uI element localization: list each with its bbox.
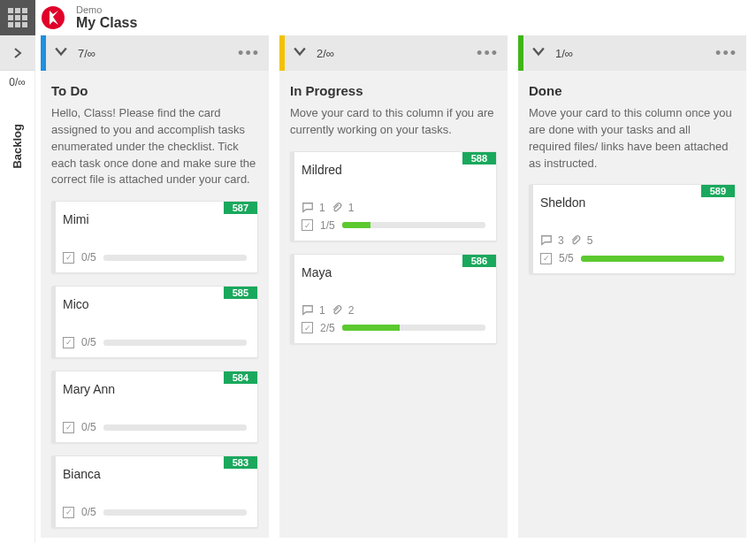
card-check-count: 0/5 bbox=[81, 506, 96, 518]
card-checklist: ✓0/5 bbox=[63, 421, 247, 433]
apps-icon bbox=[8, 8, 27, 27]
expand-backlog-button[interactable] bbox=[0, 35, 35, 71]
breadcrumb: Demo bbox=[76, 4, 137, 15]
checklist-icon: ✓ bbox=[63, 337, 74, 348]
card[interactable]: 586Maya12✓2/5 bbox=[290, 254, 497, 344]
column-description: Move your card to this column if you are… bbox=[290, 105, 497, 139]
column-menu-button[interactable]: ••• bbox=[477, 49, 499, 57]
column-stripe bbox=[279, 35, 285, 71]
chevron-down-icon bbox=[55, 45, 67, 57]
card-stripe bbox=[530, 185, 533, 273]
card[interactable]: 589Sheldon35✓5/5 bbox=[529, 184, 736, 274]
attachment-icon bbox=[331, 202, 343, 214]
card-meta: 11 bbox=[302, 202, 485, 214]
card-check-count: 2/5 bbox=[320, 322, 335, 334]
card-comments-count: 1 bbox=[319, 202, 325, 214]
column-stripe bbox=[518, 35, 523, 71]
card-title: Bianca bbox=[63, 467, 247, 481]
collapse-column-button[interactable] bbox=[532, 45, 545, 61]
column-menu-button[interactable]: ••• bbox=[715, 49, 737, 57]
card-checklist: ✓0/5 bbox=[63, 251, 247, 264]
card-stripe bbox=[291, 255, 294, 343]
card[interactable]: 587Mimi✓0/5 bbox=[51, 201, 258, 273]
card-stripe bbox=[52, 287, 56, 357]
checklist-icon: ✓ bbox=[540, 253, 552, 264]
card-check-count: 0/5 bbox=[81, 336, 96, 348]
card-id-badge: 589 bbox=[701, 185, 735, 197]
attachment-icon bbox=[569, 234, 582, 247]
card-progress bbox=[581, 256, 724, 262]
column-count: 2/∞ bbox=[317, 47, 334, 60]
card-attach-count: 1 bbox=[348, 202, 355, 214]
card-check-count: 0/5 bbox=[81, 421, 96, 433]
card-title: Mildred bbox=[302, 163, 485, 177]
card-checklist: ✓0/5 bbox=[63, 336, 247, 348]
card-title: Mary Ann bbox=[63, 382, 247, 396]
card-progress bbox=[103, 340, 247, 346]
card-attach-count: 2 bbox=[348, 304, 355, 317]
column-description: Move your card to this column once you a… bbox=[529, 105, 736, 172]
card[interactable]: 583Bianca✓0/5 bbox=[51, 455, 258, 528]
card-checklist: ✓1/5 bbox=[302, 219, 485, 232]
card-id-badge: 584 bbox=[224, 371, 257, 384]
card-progress bbox=[342, 325, 485, 331]
card-check-count: 0/5 bbox=[81, 251, 96, 264]
chevron-down-icon bbox=[532, 45, 545, 57]
checklist-icon: ✓ bbox=[63, 252, 74, 264]
card-attach-count: 5 bbox=[587, 234, 593, 247]
column-title: In Progress bbox=[290, 83, 497, 98]
card-comments-count: 1 bbox=[319, 304, 325, 317]
column-title: Done bbox=[529, 83, 736, 98]
collapse-column-button[interactable] bbox=[294, 45, 306, 61]
column-count: 1/∞ bbox=[555, 47, 573, 60]
checklist-icon: ✓ bbox=[302, 322, 313, 333]
card-id-badge: 588 bbox=[462, 152, 496, 164]
column-description: Hello, Class! Please find the card assig… bbox=[51, 105, 258, 188]
card-progress bbox=[103, 255, 247, 261]
comment-icon bbox=[540, 234, 553, 247]
chevron-down-icon bbox=[294, 45, 306, 57]
card-id-badge: 583 bbox=[224, 456, 257, 469]
app-logo bbox=[35, 0, 71, 35]
card-checklist: ✓5/5 bbox=[540, 252, 724, 264]
card-checklist: ✓0/5 bbox=[63, 506, 247, 518]
checklist-icon: ✓ bbox=[63, 507, 74, 518]
column-count: 7/∞ bbox=[78, 47, 95, 60]
backlog-label: Backlog bbox=[11, 124, 24, 169]
card[interactable]: 584Mary Ann✓0/5 bbox=[51, 371, 258, 443]
card-title: Sheldon bbox=[540, 195, 724, 210]
card-title: Maya bbox=[302, 265, 485, 279]
card[interactable]: 585Mico✓0/5 bbox=[51, 286, 258, 358]
card-comments-count: 3 bbox=[558, 234, 564, 247]
apps-menu-button[interactable] bbox=[0, 0, 35, 35]
collapse-column-button[interactable] bbox=[55, 45, 67, 61]
card-progress bbox=[342, 222, 485, 228]
checklist-icon: ✓ bbox=[302, 219, 313, 231]
card-title: Mico bbox=[63, 297, 247, 311]
comment-icon bbox=[302, 202, 314, 214]
comment-icon bbox=[302, 304, 314, 317]
card-meta: 35 bbox=[540, 234, 724, 247]
backlog-count: 0/∞ bbox=[9, 76, 26, 88]
attachment-icon bbox=[331, 304, 343, 317]
column-menu-button[interactable]: ••• bbox=[238, 49, 260, 57]
chevron-right-icon bbox=[12, 48, 23, 58]
card-stripe bbox=[52, 371, 56, 442]
card-id-badge: 587 bbox=[224, 202, 257, 214]
card-title: Mimi bbox=[63, 212, 247, 226]
card-stripe bbox=[52, 202, 56, 272]
card-check-count: 1/5 bbox=[320, 219, 335, 232]
card-stripe bbox=[291, 152, 294, 241]
card-progress bbox=[103, 424, 247, 431]
card-progress bbox=[103, 509, 247, 516]
column-stripe bbox=[41, 35, 46, 71]
card-id-badge: 585 bbox=[224, 287, 257, 299]
card[interactable]: 588Mildred11✓1/5 bbox=[290, 151, 497, 241]
column-title: To Do bbox=[51, 83, 258, 98]
card-id-badge: 586 bbox=[462, 255, 496, 267]
checklist-icon: ✓ bbox=[63, 422, 74, 433]
card-check-count: 5/5 bbox=[559, 252, 574, 264]
card-stripe bbox=[52, 456, 56, 527]
page-title: My Class bbox=[76, 15, 137, 31]
card-meta: 12 bbox=[302, 304, 485, 317]
